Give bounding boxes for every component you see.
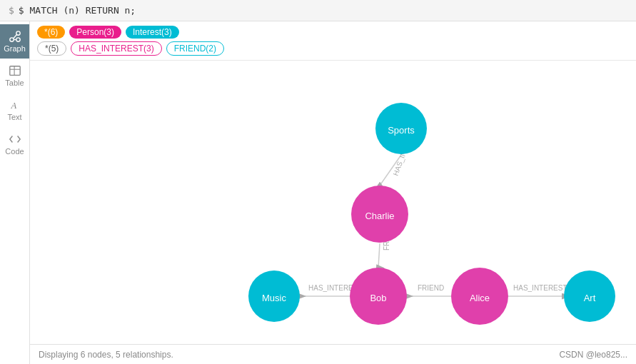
svg-text:Sports: Sports	[388, 125, 415, 136]
sidebar-item-table[interactable]: Table	[0, 59, 29, 93]
svg-line-11	[378, 243, 380, 268]
badge-interest[interactable]: Interest(3)	[126, 26, 179, 39]
dollar-sign: $	[9, 5, 14, 16]
svg-text:Bob: Bob	[370, 293, 386, 303]
svg-text:FRIEND: FRIEND	[418, 284, 444, 292]
graph-svg: HAS_INT... FRIEND HAS_INTEREST FRIEND HA…	[30, 61, 636, 344]
svg-line-3	[13, 34, 16, 38]
svg-text:Music: Music	[262, 293, 286, 303]
text-icon: A	[9, 98, 21, 111]
graph-icon	[9, 30, 21, 43]
badge-friend[interactable]: FRIEND(2)	[166, 41, 224, 56]
graph-label: Graph	[4, 44, 26, 53]
top-bar: $ $ MATCH (n) RETURN n;	[0, 0, 636, 21]
svg-text:HAS_INTEREST: HAS_INTEREST	[513, 284, 567, 292]
svg-rect-5	[9, 66, 19, 76]
badge-person[interactable]: Person(3)	[69, 26, 121, 39]
status-right: CSDN @leo825...	[559, 350, 627, 360]
badge-has-interest[interactable]: HAS_INTEREST(3)	[71, 41, 161, 56]
legend-row-1: *(6) Person(3) Interest(3)	[37, 26, 629, 39]
content-area: *(6) Person(3) Interest(3) *(5) HAS_INTE…	[30, 21, 636, 364]
sidebar-item-text[interactable]: A Text	[0, 93, 29, 127]
table-icon	[9, 64, 21, 77]
legend-row-2: *(5) HAS_INTEREST(3) FRIEND(2)	[37, 41, 629, 56]
code-label: Code	[5, 147, 24, 156]
svg-text:Art: Art	[584, 293, 596, 303]
query-text: $ MATCH (n) RETURN n;	[19, 5, 136, 16]
status-bar: Displaying 6 nodes, 5 relationships. CSD…	[30, 344, 636, 364]
svg-text:A: A	[10, 101, 16, 111]
sidebar-item-graph[interactable]: Graph	[0, 24, 29, 59]
sidebar-item-code[interactable]: Code	[0, 127, 29, 161]
status-left: Displaying 6 nodes, 5 relationships.	[39, 350, 173, 360]
code-icon	[9, 133, 21, 146]
svg-point-2	[16, 38, 19, 41]
graph-canvas[interactable]: HAS_INT... FRIEND HAS_INTEREST FRIEND HA…	[30, 61, 636, 344]
sidebar: Graph Table A Text Code	[0, 21, 30, 364]
main-area: Graph Table A Text Code	[0, 21, 636, 364]
badge-rel-all[interactable]: *(5)	[37, 41, 66, 56]
text-label: Text	[7, 113, 21, 121]
svg-point-0	[9, 38, 13, 41]
svg-text:Alice: Alice	[470, 293, 490, 303]
svg-text:Charlie: Charlie	[365, 211, 394, 221]
table-label: Table	[5, 79, 24, 87]
badge-all-6[interactable]: *(6)	[37, 26, 65, 39]
legend-bar: *(6) Person(3) Interest(3) *(5) HAS_INTE…	[30, 21, 636, 61]
